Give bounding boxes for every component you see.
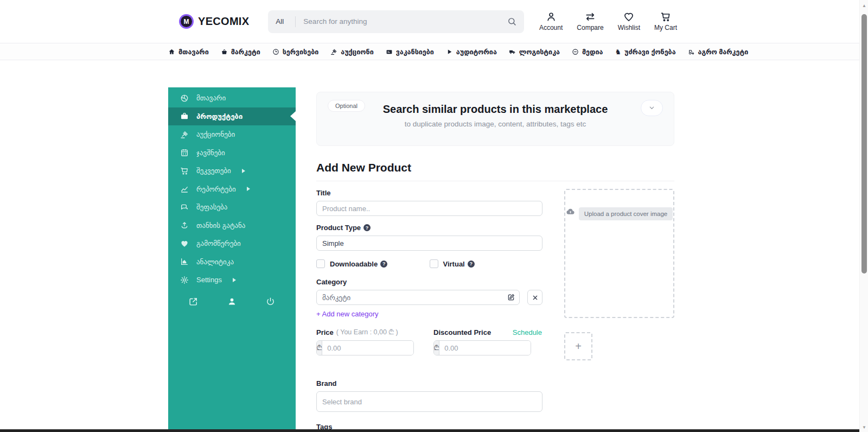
nav-item-services[interactable]: სერვისები	[272, 48, 319, 56]
search-filter-dropdown[interactable]: All	[276, 17, 288, 26]
scroll-up-arrow-icon[interactable]	[860, 3, 868, 8]
nav-item-auction[interactable]: აუქციონი	[330, 48, 373, 56]
my-cart-button[interactable]: My Cart	[654, 11, 677, 31]
nav-label: უძრავი ქონება	[624, 48, 675, 56]
sidebar-item-subscribers[interactable]: გამომწერები	[168, 234, 296, 253]
wishlist-button[interactable]: Wishlist	[618, 11, 640, 31]
nav-item-real-estate[interactable]: ♞ უძრავი ქონება	[615, 48, 675, 56]
title-label: Title	[316, 189, 542, 197]
nav-label: მედია	[582, 48, 603, 56]
power-icon[interactable]	[266, 297, 275, 306]
user-icon[interactable]	[227, 297, 237, 306]
sidebar-item-reports[interactable]: რეპორტები	[168, 180, 296, 199]
sidebar-item-label: ანალიტიკა	[196, 258, 234, 266]
scrollbar-thumb[interactable]	[861, 14, 867, 274]
product-type-select[interactable]	[316, 236, 542, 251]
nav-item-vacancies[interactable]: ვაკანსიები	[386, 48, 434, 56]
downloadable-label: Downloadable	[330, 260, 378, 268]
help-icon[interactable]	[363, 224, 371, 231]
basket-icon	[221, 48, 228, 55]
schedule-link[interactable]: Schedule	[513, 328, 542, 336]
scroll-down-arrow-icon[interactable]	[860, 425, 868, 430]
cart-icon	[660, 11, 671, 22]
product-form: Title Product Type	[316, 189, 542, 432]
discounted-price-input[interactable]	[439, 341, 531, 355]
virtual-checkbox[interactable]	[430, 259, 438, 268]
page: M YECOMIX All Account	[0, 0, 868, 432]
cart-icon	[180, 167, 189, 175]
briefcase-icon	[180, 112, 189, 120]
account-label: Account	[539, 24, 563, 31]
divider	[295, 16, 296, 27]
gavel-icon	[330, 48, 337, 55]
heart-icon	[180, 239, 189, 248]
active-pointer	[290, 111, 296, 121]
currency-lari-symbol: ₾	[434, 341, 439, 355]
clear-category-button[interactable]	[527, 290, 542, 305]
sidebar-item-analytics[interactable]: ანალიტიკა	[168, 253, 296, 271]
search-bar: All	[268, 10, 524, 33]
search-input[interactable]	[303, 17, 507, 26]
chevron-down-icon	[649, 105, 655, 111]
nav-item-auditoria[interactable]: აუდიტორია	[446, 48, 497, 56]
title-input[interactable]	[316, 201, 542, 216]
search-icon[interactable]	[507, 17, 516, 26]
search-similar-card: Optional Search similar products in this…	[316, 92, 674, 146]
product-type-label: Product Type	[316, 224, 542, 232]
price-input[interactable]	[322, 341, 414, 355]
brand-select[interactable]	[316, 391, 542, 412]
chat-icon	[180, 203, 189, 212]
upload-cover-button[interactable]: Upload a product cover image	[579, 207, 673, 220]
nav-label: აუქციონი	[341, 48, 373, 56]
sidebar-item-label: ჯავშნები	[196, 149, 225, 157]
optional-badge: Optional	[328, 100, 365, 112]
submenu-caret-icon	[247, 187, 250, 191]
discounted-price-label: Discounted Price	[433, 328, 491, 336]
nav-label: აგრო მარკეტი	[698, 48, 749, 56]
sidebar-item-auctions[interactable]: აუქციონები	[168, 125, 296, 144]
discounted-price-field: Discounted Price Schedule ₾	[433, 328, 542, 355]
nav-item-logistics[interactable]: ლოგისტიკა	[509, 48, 560, 56]
product-type-label-text: Product Type	[316, 224, 361, 232]
help-icon[interactable]	[468, 261, 475, 268]
help-icon[interactable]	[380, 261, 387, 268]
sidebar-item-reviews[interactable]: შეფასება	[168, 198, 296, 217]
compare-label: Compare	[577, 24, 603, 31]
nav-item-market[interactable]: მარკეტი	[221, 48, 260, 56]
nav-item-agro-market[interactable]: აგრო მარკეტი	[688, 48, 749, 56]
sidebar-item-withdraw[interactable]: თანხის გატანა	[168, 217, 296, 235]
line-chart-icon	[180, 185, 189, 193]
gavel-icon	[180, 130, 189, 139]
sidebar-item-reservations[interactable]: ჯავშნები	[168, 144, 296, 162]
sidebar-item-label: პროდუქტები	[196, 112, 242, 120]
account-button[interactable]: Account	[539, 11, 563, 31]
edit-category-button[interactable]	[507, 294, 515, 301]
scrollbar[interactable]	[859, 0, 868, 432]
dashboard-icon	[180, 94, 189, 103]
virtual-checkbox-row[interactable]: Virtual	[430, 259, 543, 268]
product-images-panel: Upload a product cover image	[564, 189, 674, 432]
logo-icon: M	[179, 14, 194, 29]
card-expand-button[interactable]	[641, 100, 663, 116]
add-gallery-image-button[interactable]	[564, 332, 592, 360]
compare-button[interactable]: Compare	[577, 11, 603, 31]
sidebar-item-orders[interactable]: შეკვეთები	[168, 162, 296, 180]
sidebar-item-settings[interactable]: Settings	[168, 271, 296, 289]
external-link-icon[interactable]	[189, 297, 198, 306]
nav-item-home[interactable]: მთავარი	[168, 48, 209, 56]
downloadable-checkbox[interactable]	[316, 259, 325, 268]
user-icon	[546, 11, 557, 22]
top-nav: მთავარი მარკეტი სერვისები აუქციონი ვაკან…	[0, 43, 868, 60]
downloadable-checkbox-row[interactable]: Downloadable	[316, 259, 430, 268]
category-input[interactable]	[316, 290, 520, 305]
sidebar-item-home[interactable]: მთავარი	[168, 89, 296, 107]
my-cart-label: My Cart	[654, 24, 677, 31]
sidebar-item-label: აუქციონები	[196, 130, 235, 138]
sidebar-item-products[interactable]: პროდუქტები	[168, 107, 296, 126]
card-subtitle: to duplicate products image, content, at…	[317, 120, 674, 128]
logo[interactable]: M YECOMIX	[179, 14, 249, 29]
cover-image-dropzone[interactable]: Upload a product cover image	[564, 189, 674, 318]
add-new-category-link[interactable]: + Add new category	[316, 310, 379, 318]
nav-item-media[interactable]: მედია	[572, 48, 603, 56]
header-actions: Account Compare Wishlist My Cart	[539, 11, 677, 31]
